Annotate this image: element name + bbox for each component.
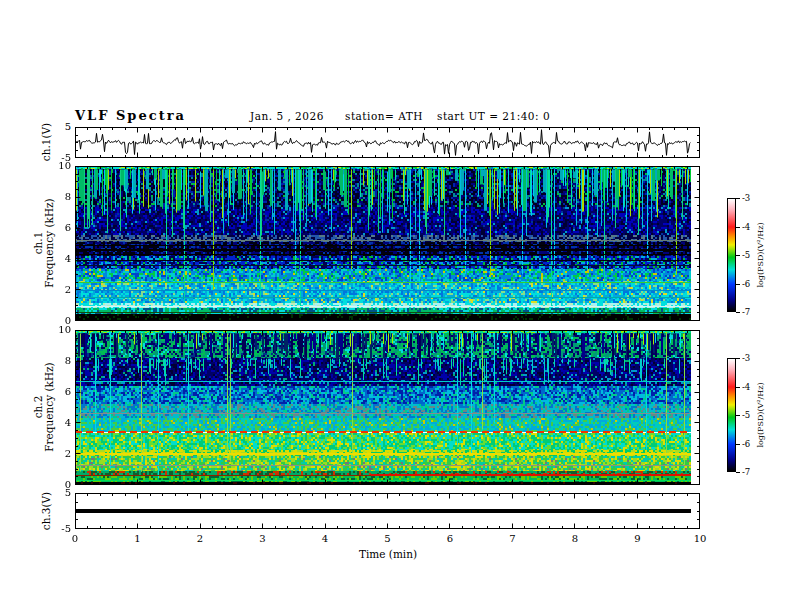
colorbar-tick-label: -5 [742,250,750,261]
colorbar-tick [736,198,740,199]
colorbar-tick [736,358,740,359]
colorbar-tick [736,472,740,473]
colorbar-tick [736,227,740,228]
y-tick-label: 4 [45,417,71,428]
ch1-waveform-panel [75,127,700,158]
colorbar-tick [736,387,740,388]
colorbar-tick-label: -5 [742,410,750,421]
ch1-spectrogram-ylabel-line2: Frequency (kHz) [44,198,55,287]
colorbar-ch2-label: log(PSD)(V²/Hz) [756,382,765,447]
vlf-spectra-figure: VLF Spectra Jan. 5 , 2026 station= ATH s… [0,0,792,612]
y-tick-label: 5 [45,487,71,498]
x-tick-label: 0 [64,533,86,544]
y-tick-label: 6 [45,222,71,233]
x-tick-label: 1 [127,533,149,544]
station-label: station= ATH [345,110,423,122]
ch3-waveform-canvas [75,493,700,529]
colorbar-tick [736,255,740,256]
ch1-spectrogram-ylabel: ch.1 Frequency (kHz) [33,198,55,287]
colorbar-tick-label: -6 [742,279,750,290]
x-tick-label: 3 [252,533,274,544]
ch2-spectrogram-ylabel: ch.2 Frequency (kHz) [33,362,55,451]
x-tick-label: 4 [314,533,336,544]
y-tick-label: 8 [45,191,71,202]
y-tick-label: 8 [45,355,71,366]
y-tick-label: 10 [45,324,71,335]
ch2-spectrogram-canvas [75,330,700,485]
date-label: Jan. 5 , 2026 [250,110,324,122]
ch1-spectrogram-panel [75,166,700,321]
y-tick-label: 5 [45,121,71,132]
colorbar-tick-label: -3 [742,193,750,204]
colorbar-tick [736,415,740,416]
colorbar-tick-label: -6 [742,439,750,450]
ch2-spectrogram-panel [75,330,700,485]
y-tick-label: 10 [45,160,71,171]
figure-title: VLF Spectra [75,108,186,123]
x-tick-label: 2 [189,533,211,544]
colorbar-tick-label: -4 [742,382,750,393]
colorbar-tick-label: -4 [742,222,750,233]
x-tick-label: 10 [689,533,711,544]
colorbar-tick [736,312,740,313]
colorbar-tick [736,284,740,285]
y-tick-label: 6 [45,386,71,397]
ch2-spectrogram-ylabel-line2: Frequency (kHz) [44,362,55,451]
colorbar-tick-label: -7 [742,467,750,478]
x-tick-label: 7 [502,533,524,544]
ch1-spectrogram-canvas [75,166,700,321]
colorbar-tick [736,444,740,445]
x-tick-label: 8 [564,533,586,544]
colorbar-tick-label: -7 [742,307,750,318]
colorbar-ch1 [727,198,736,312]
colorbar-ch2 [727,358,736,472]
ch3-waveform-panel [75,493,700,529]
y-tick-label: 4 [45,253,71,264]
y-tick-label: 2 [45,284,71,295]
time-axis-label: Time (min) [359,548,417,560]
y-tick-label: 2 [45,448,71,459]
x-tick-label: 6 [439,533,461,544]
x-tick-label: 9 [627,533,649,544]
colorbar-tick-label: -3 [742,353,750,364]
start-ut-label: start UT = 21:40: 0 [437,110,550,122]
colorbar-ch1-label: log(PSD)(V²/Hz) [756,222,765,287]
ch1-waveform-canvas [75,127,700,158]
x-tick-label: 5 [377,533,399,544]
